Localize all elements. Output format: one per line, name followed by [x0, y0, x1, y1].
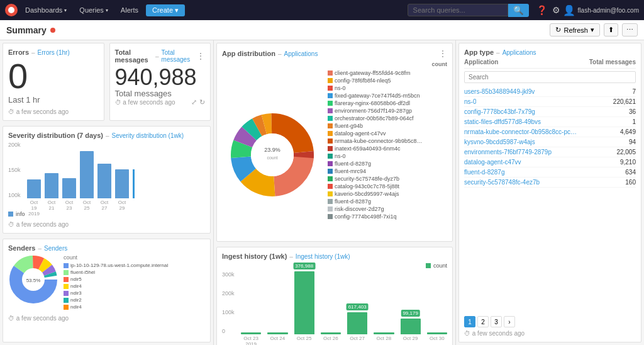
ingest-bar: [241, 332, 261, 334]
legend-color: [64, 298, 69, 303]
ingest-bar: 617,403: [347, 312, 367, 334]
severity-link[interactable]: Severity distribution (1wk): [112, 132, 184, 139]
total-messages-footer: ⏱ a few seconds ago ⤢ ↻: [115, 98, 206, 106]
sender-legend-item: ndir2: [64, 297, 205, 303]
ingest-bar: [321, 332, 341, 334]
search-button[interactable]: 🔍: [508, 4, 529, 17]
legend-color: [328, 108, 333, 113]
ingest-bar: [267, 332, 287, 334]
chevron-down-icon: ▾: [64, 8, 67, 13]
top-metrics-row: Errors – Errors (1hr) 0 Last 1 hr ⏱ a fe…: [0, 40, 213, 123]
legend-item: ns-0: [328, 85, 447, 91]
errors-link[interactable]: Errors (1hr): [38, 49, 70, 56]
app-logo[interactable]: [5, 4, 18, 16]
search-input[interactable]: [408, 4, 508, 16]
help-icon[interactable]: ❓: [536, 5, 547, 15]
ingest-link[interactable]: Ingest history (1wk): [296, 253, 350, 260]
sender-legend-item: ndir4: [64, 304, 205, 310]
legend-color: [64, 263, 69, 268]
clock-icon: ⏱: [464, 330, 470, 337]
legend-item: risk-discover-2d27g: [328, 206, 447, 212]
severity-bar: [97, 164, 111, 198]
page-1-button[interactable]: 1: [464, 316, 475, 327]
severity-bar: [80, 151, 94, 198]
nav-create-button[interactable]: Create ▾: [146, 4, 185, 16]
ingest-legend: count: [222, 263, 447, 269]
info-legend-color: [8, 212, 13, 217]
legend-color: [328, 78, 333, 83]
page-2-button[interactable]: 2: [477, 316, 489, 327]
svg-text:23.9%: 23.9%: [264, 147, 280, 153]
total-messages-sublabel: Total messages: [115, 89, 206, 98]
app-type-card: App type – Applications Application Tota…: [458, 43, 641, 342]
settings-icon[interactable]: ⚙: [552, 5, 560, 15]
footer-icons: ⤢ ↻: [191, 98, 205, 106]
senders-content: 53.5% count ip-10-10-129-78.us-west-1.co…: [8, 254, 205, 311]
nav-queries[interactable]: Queries ▾: [74, 4, 113, 16]
severity-line: [133, 169, 135, 198]
title-indicator: [50, 28, 55, 33]
nav-search: 🔍: [408, 4, 529, 17]
more-options-icon[interactable]: ⋮: [438, 48, 447, 59]
nav-alerts[interactable]: Alerts: [116, 4, 143, 16]
ingest-bar: 99,179: [401, 319, 421, 334]
severity-bars: [27, 142, 205, 198]
app-dist-link[interactable]: Applications: [284, 50, 318, 57]
errors-value: 0: [8, 59, 99, 94]
legend-item: datalog-agent-c47vv: [328, 130, 447, 137]
total-messages-link[interactable]: Total messages: [162, 49, 194, 63]
refresh-button[interactable]: ↻ Refresh ▾: [550, 23, 600, 37]
legend-color: [328, 101, 333, 106]
legend-item: kaverio-5bcd95997-w4ajs: [328, 191, 447, 197]
errors-card: Errors – Errors (1hr) 0 Last 1 hr ⏱ a fe…: [3, 43, 104, 121]
legend-item: fixed-gateway-7ce747f4d5-m5bcn: [328, 93, 447, 99]
errors-sublabel: Last 1 hr: [8, 95, 99, 105]
ingest-bar-label: 376,988: [293, 263, 315, 269]
table-row: kysvno-9bcdd5987-w4ajs 94: [464, 137, 636, 147]
severity-bar: [115, 169, 129, 198]
legend-color: [64, 277, 69, 282]
app-type-link[interactable]: Applications: [502, 49, 536, 56]
app-type-search-input[interactable]: [464, 71, 636, 83]
legend-color: [328, 123, 333, 128]
senders-card: Senders – Senders 53.5%: [3, 239, 211, 342]
title-bar: Summary ↻ Refresh ▾ ⬆ ⋯: [0, 20, 644, 40]
user-avatar-icon: 👤: [563, 4, 575, 16]
total-messages-card: Total messages – Total messages ⋮ 940,98…: [109, 43, 211, 121]
main-content: Errors – Errors (1hr) 0 Last 1 hr ⏱ a fe…: [0, 40, 644, 345]
legend-color: [328, 131, 333, 136]
share-button[interactable]: ⬆: [604, 23, 618, 37]
user-menu[interactable]: 👤 flash-admin@foo.com: [563, 4, 639, 16]
chevron-down-icon: ▾: [591, 26, 594, 34]
severity-chart: 200k 150k 100k Oct 192019 Oct 21: [8, 142, 205, 211]
severity-header: Severity distribution (7 days) – Severit…: [8, 132, 205, 139]
app-type-footer: ⏱ a few seconds ago: [464, 330, 636, 337]
severity-distribution-card: Severity distribution (7 days) – Severit…: [3, 126, 211, 234]
legend-color: [328, 214, 333, 219]
ingest-chart: 300k 200k 100k 0 376,988 617,403: [222, 271, 447, 345]
errors-footer: ⏱ a few seconds ago: [8, 108, 99, 115]
legend-item: nrmata-kube-connector-9b9b5c8bc-pc8mw: [328, 138, 447, 144]
total-messages-header: Total messages – Total messages ⋮: [115, 48, 206, 64]
senders-link[interactable]: Senders: [44, 245, 67, 252]
page-title: Summary: [6, 25, 55, 35]
svg-point-19: [251, 133, 294, 176]
legend-item: config-78f6fb8f4-nleq5: [328, 77, 447, 84]
nav-dashboards[interactable]: Dashboards ▾: [20, 4, 72, 16]
left-panel: Errors – Errors (1hr) 0 Last 1 hr ⏱ a fe…: [0, 40, 214, 345]
right-panel: App type – Applications Application Tota…: [455, 40, 644, 345]
middle-panel: App distribution – Applications ⋮: [214, 40, 455, 345]
expand-icon[interactable]: ⤢: [191, 98, 197, 106]
senders-header: Senders – Senders: [8, 244, 205, 252]
ingest-bar: [374, 332, 394, 334]
reload-icon[interactable]: ↻: [199, 98, 205, 106]
legend-color: [328, 93, 333, 98]
clock-icon: ⏱: [115, 99, 121, 106]
legend-color: [328, 154, 333, 159]
page-next-button[interactable]: ›: [504, 316, 515, 327]
legend-color: [328, 191, 333, 196]
options-button[interactable]: ⋯: [622, 23, 638, 37]
page-3-button[interactable]: 3: [491, 316, 502, 327]
more-options-icon[interactable]: ⋮: [196, 51, 205, 61]
app-type-table: users-85b34889449-jkl9v 7 ns-0 220,621 c…: [464, 87, 636, 312]
